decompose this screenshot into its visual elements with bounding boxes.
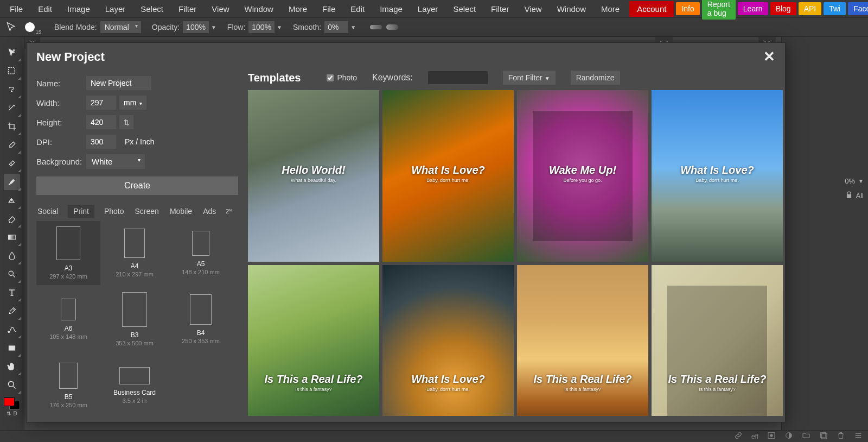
panel-lock-icon[interactable]	[845, 191, 853, 200]
preset-a6[interactable]: A6105 x 148 mm	[36, 287, 100, 351]
preset-a5[interactable]: A5148 x 210 mm	[169, 221, 233, 285]
cat-social[interactable]: Social	[36, 205, 59, 218]
tool-hand[interactable]	[4, 358, 20, 375]
close-button[interactable]: ✕	[763, 48, 775, 65]
randomize-button[interactable]: Randomize	[571, 71, 620, 85]
tool-move[interactable]: +	[4, 45, 20, 61]
width-unit-select[interactable]: mm	[119, 96, 146, 110]
tool-brush[interactable]	[4, 174, 20, 190]
menu-file[interactable]: File	[2, 1, 30, 17]
menu-account[interactable]: Account	[629, 1, 674, 17]
template-card-1[interactable]: What Is Love?Baby, don't hurt me.	[382, 90, 514, 262]
tool-marquee[interactable]	[4, 63, 20, 79]
preset-business-card[interactable]: Business Card3.5 x 2 in	[103, 353, 167, 418]
menu-icon[interactable]	[854, 431, 863, 441]
link-info[interactable]: Info	[676, 2, 699, 15]
menu-more[interactable]: More	[281, 1, 315, 17]
menu-window[interactable]: Window	[550, 1, 593, 17]
menu-view[interactable]: View	[204, 1, 237, 17]
template-card-2[interactable]: Wake Me Up!Before you go go.	[517, 90, 648, 262]
smooth-value[interactable]: 0%	[324, 21, 348, 33]
opacity-dropdown-icon[interactable]: ▼	[211, 24, 216, 30]
panel-opacity-value[interactable]: 0%	[845, 177, 855, 185]
chevron-down-icon[interactable]: ▼	[858, 178, 864, 184]
brush-preview-icon[interactable]	[25, 22, 35, 32]
template-card-0[interactable]: Hello World!What a beautiful day.	[248, 90, 379, 262]
preset-b3[interactable]: B3353 x 500 mm	[103, 287, 167, 351]
tool-gradient[interactable]	[4, 229, 20, 245]
template-card-5[interactable]: What Is Love?Baby, don't hurt me.	[382, 265, 514, 416]
eff-label[interactable]: eff	[751, 433, 758, 440]
menu-filter[interactable]: Filter	[483, 1, 516, 17]
cat-print[interactable]: Print	[68, 205, 94, 218]
flow-dropdown-icon[interactable]: ▼	[277, 24, 282, 30]
template-card-6[interactable]: Is This a Real Life?Is this a fantasy?	[517, 265, 648, 416]
menu-image[interactable]: Image	[60, 1, 98, 17]
keywords-input[interactable]	[428, 71, 488, 84]
opacity-value[interactable]: 100%	[183, 21, 209, 33]
link-report-a-bug[interactable]: Report a bug	[702, 0, 736, 20]
cat-photo[interactable]: Photo	[103, 205, 125, 218]
font-filter-button[interactable]: Font Filter▼	[503, 71, 556, 85]
menu-window[interactable]: Window	[237, 1, 281, 17]
link-facebook[interactable]: Facebook	[848, 2, 868, 15]
preset-b4[interactable]: B4250 x 353 mm	[169, 287, 233, 351]
template-card-7[interactable]: Is This a Real Life?Is this a fantasy?	[652, 265, 783, 416]
preset-b5[interactable]: B5176 x 250 mm	[36, 353, 100, 418]
tool-clone[interactable]	[4, 192, 20, 209]
trash-icon[interactable]	[837, 431, 845, 441]
template-card-3[interactable]: What Is Love?Baby, don't hurt me.	[652, 90, 783, 262]
swap-dimensions-button[interactable]: ⇅	[119, 115, 133, 129]
panel-lock-all[interactable]: All	[856, 192, 864, 200]
tool-eraser[interactable]	[4, 211, 20, 227]
menu-view[interactable]: View	[516, 1, 549, 17]
menu-filter[interactable]: Filter	[171, 1, 204, 17]
height-input[interactable]	[86, 115, 116, 129]
name-input[interactable]	[86, 76, 151, 90]
link-api[interactable]: API	[799, 2, 822, 15]
create-button[interactable]: Create	[36, 176, 238, 195]
tool-heal[interactable]	[4, 155, 20, 172]
dpi-input[interactable]	[86, 135, 116, 149]
cat-ads[interactable]: Ads	[202, 205, 217, 218]
tool-path[interactable]	[4, 321, 20, 338]
tool-zoom[interactable]	[4, 377, 20, 393]
menu-layer[interactable]: Layer	[98, 1, 133, 17]
photo-checkbox[interactable]: Photo	[327, 73, 357, 82]
menu-image[interactable]: Image	[372, 1, 410, 17]
menu-select[interactable]: Select	[445, 1, 483, 17]
new-layer-icon[interactable]	[819, 431, 828, 441]
link-blog[interactable]: Blog	[770, 2, 796, 15]
default-colors-icon[interactable]: D	[13, 411, 17, 416]
menu-edit[interactable]: Edit	[30, 1, 60, 17]
tool-type[interactable]	[4, 285, 20, 301]
link-icon[interactable]	[734, 431, 743, 441]
cat-mobile[interactable]: Mobile	[169, 205, 193, 218]
menu-more[interactable]: More	[593, 1, 627, 17]
menu-layer[interactable]: Layer	[410, 1, 446, 17]
preset-a3[interactable]: A3297 x 420 mm	[36, 221, 100, 285]
link-learn[interactable]: Learn	[738, 2, 768, 15]
tool-wand[interactable]	[4, 100, 20, 116]
menu-file[interactable]: File	[315, 1, 343, 17]
cat-screen[interactable]: Screen	[134, 205, 160, 218]
tool-pen[interactable]	[4, 303, 20, 319]
menu-select[interactable]: Select	[133, 1, 171, 17]
background-select[interactable]: White	[86, 154, 145, 169]
smooth-dropdown-icon[interactable]: ▼	[350, 24, 356, 30]
swap-colors-icon[interactable]: ⇅	[7, 411, 11, 416]
blend-mode-select[interactable]: Normal	[100, 21, 141, 33]
color-swatch[interactable]	[4, 397, 20, 409]
tool-shape[interactable]	[4, 340, 20, 356]
folder-icon[interactable]	[802, 431, 810, 441]
tool-lasso[interactable]	[4, 81, 20, 98]
menu-edit[interactable]: Edit	[343, 1, 372, 17]
adjustment-icon[interactable]	[784, 431, 793, 441]
flow-value[interactable]: 100%	[248, 21, 275, 33]
template-card-4[interactable]: Is This a Real Life?Is this a fantasy?	[248, 265, 379, 416]
tool-dodge[interactable]	[4, 266, 20, 282]
width-input[interactable]	[86, 96, 116, 110]
tool-eyedrop[interactable]	[4, 137, 20, 153]
cat-more[interactable]: 2ᴺ	[226, 208, 232, 215]
mask-icon[interactable]	[767, 431, 776, 441]
